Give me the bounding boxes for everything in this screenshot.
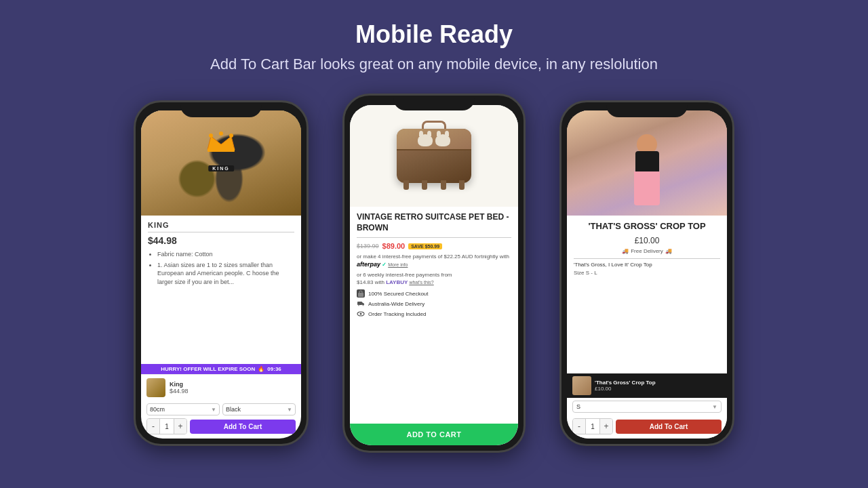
phone-1-qty-minus[interactable]: -	[147, 419, 159, 434]
phone-3-product-image: That's Gross	[567, 110, 727, 216]
phone-3-qty-value: 1	[585, 419, 600, 434]
phone-1-qty-value: 1	[159, 419, 174, 434]
phone-1-cart-thumb	[146, 378, 165, 397]
phone-2-cat-2	[435, 134, 450, 146]
svg-rect-4	[208, 148, 235, 152]
phone-3-notch	[606, 102, 688, 117]
phone-2-suitcase-legs	[403, 180, 465, 190]
phone-3-size-select[interactable]: S ▼	[572, 401, 722, 413]
phone-1-notch	[180, 102, 262, 117]
phone-1-bullet-1: Fabric name: Cotton	[157, 250, 294, 259]
phone-2-truck-icon	[357, 300, 365, 308]
phone-1-add-to-cart-button[interactable]: Add To Cart	[190, 420, 296, 434]
phone-3-delivery-text: Free Delivery	[631, 248, 663, 254]
phone-1-bullets: Fabric name: Cotton 1. Asian sizes are 1…	[148, 250, 294, 286]
phone-2-features: 100% Secured Checkout Australia-Wide Del…	[357, 289, 511, 318]
phone-3-model-figure	[627, 134, 667, 216]
phone-2-divider	[357, 237, 511, 238]
phone-3-qty-add-row: - 1 + Add To Cart	[567, 415, 727, 439]
phone-3-truck-icon: 🚚	[622, 248, 629, 254]
phone-2-title: VINTAGE RETRO SUITCASE PET BED - BROWN	[357, 212, 511, 233]
phone-1-qty-add-row: - 1 + Add To Cart	[141, 418, 301, 439]
phone-3-screen: That's Gross 'THAT'S GROSS' CROP TOP £10…	[567, 110, 727, 439]
svg-point-2	[219, 131, 223, 136]
phone-3-size-label: Size S - L	[574, 270, 720, 276]
phone-3-qty-plus[interactable]: +	[600, 419, 612, 434]
phone-3-details: 'THAT'S GROSS' CROP TOP £10.00 🚚 Free De…	[567, 216, 727, 373]
phone-2-leg-4	[459, 180, 465, 190]
phone-3-size-chevron: ▼	[712, 404, 717, 410]
phone-2-notch	[393, 96, 475, 110]
phone-1-cart-price: $44.98	[170, 388, 189, 394]
svg-point-1	[209, 134, 213, 138]
phone-2-laybuy-whats-this[interactable]: what's this?	[409, 280, 433, 285]
phone-2-suitcase	[397, 129, 471, 183]
phone-2-product-image	[350, 105, 518, 207]
phone-3-cart-name: 'That's Gross' Crop Top	[595, 380, 722, 386]
phone-2-laybuy-amount: $14.83 with	[357, 279, 384, 285]
phone-2-sale-price: $89.00	[382, 242, 406, 250]
phone-3-cart-thumb	[572, 376, 591, 395]
phone-2-original-price: $139.90	[357, 243, 379, 249]
phone-2-add-to-cart-button[interactable]: ADD TO CART	[350, 424, 518, 445]
phone-1-cart-info: King $44.98	[170, 381, 189, 394]
phone-3-cart-info: 'That's Gross' Crop Top £10.00	[595, 380, 722, 392]
svg-rect-5	[358, 293, 363, 297]
phone-1-screen: KING KING $44.98 Fabric name: Cotton 1. …	[141, 110, 301, 439]
phone-2-feature-3-text: Order Tracking Included	[368, 311, 426, 317]
phone-2-leg-2	[422, 180, 427, 190]
phone-1-cart-name: King	[170, 381, 189, 388]
phone-3-cart-price: £10.00	[595, 386, 722, 392]
phone-1-size-chevron: ▼	[211, 407, 216, 413]
phone-2-feature-1: 100% Secured Checkout	[357, 289, 511, 298]
phone-1-clothing: KING	[141, 110, 301, 216]
phones-row: KING KING $44.98 Fabric name: Cotton 1. …	[27, 94, 841, 453]
phone-1-qty-plus[interactable]: +	[174, 419, 186, 434]
phone-2-leg-1	[403, 180, 409, 190]
phone-3-divider	[574, 258, 720, 259]
phone-1-timer: 09:36	[267, 366, 281, 372]
svg-point-11	[360, 313, 362, 315]
phone-2-more-info-link[interactable]: More info	[388, 262, 408, 267]
phone-2: VINTAGE RETRO SUITCASE PET BED - BROWN $…	[342, 94, 526, 453]
phone-3-size-value: S	[576, 403, 580, 410]
svg-rect-6	[357, 302, 362, 305]
phone-2-feature-1-text: 100% Secured Checkout	[368, 291, 429, 297]
phone-3-description: 'That's Gross, I Love It' Crop Top	[574, 262, 720, 268]
phone-1-selects: 80cm ▼ Black ▼	[141, 401, 301, 418]
phone-3: That's Gross 'THAT'S GROSS' CROP TOP £10…	[559, 100, 734, 446]
svg-marker-7	[362, 302, 364, 305]
page-title: Mobile Ready	[355, 20, 513, 49]
phone-2-laybuy: or 6 weekly interest-free payments from …	[357, 271, 511, 286]
phone-1-price: $44.98	[148, 235, 294, 246]
phone-2-lock-icon	[357, 289, 365, 298]
svg-point-3	[229, 134, 233, 138]
phone-2-afterpay-tick: ✓	[382, 261, 387, 268]
phone-1-bullet-2: 1. Asian sizes are 1 to 2 sizes smaller …	[157, 261, 294, 287]
phone-2-save-badge: SAVE $50.99	[408, 243, 442, 249]
phone-1-product-image: KING	[141, 110, 301, 216]
phone-2-laybuy-logo: LAYBUY	[386, 279, 409, 285]
page-subtitle: Add To Cart Bar looks great on any mobil…	[210, 56, 658, 73]
phone-2-laybuy-text: or 6 weekly interest-free payments from	[357, 272, 452, 278]
phone-3-cart-bar: 'That's Gross' Crop Top £10.00	[567, 373, 727, 398]
phone-1-cart-bar: King $44.98	[141, 374, 301, 401]
phone-3-qty-control: - 1 +	[572, 418, 613, 434]
phone-3-title: 'THAT'S GROSS' CROP TOP	[574, 221, 720, 232]
phone-2-details: VINTAGE RETRO SUITCASE PET BED - BROWN $…	[350, 207, 518, 424]
phone-3-qty-minus[interactable]: -	[573, 419, 585, 434]
phone-1-size-select[interactable]: 80cm ▼	[146, 403, 220, 415]
phone-2-pricing: $139.90 $89.00 SAVE $50.99	[357, 242, 511, 250]
phone-3-select-row: S ▼	[567, 398, 727, 415]
phone-1-color-chevron: ▼	[287, 407, 292, 413]
phone-2-cat-1	[418, 134, 433, 146]
timer-icon: 🔥	[258, 366, 264, 372]
phone-2-afterpay-logo: afterpay ✓	[357, 260, 387, 269]
phone-2-afterpay-text: or make 4 interest-free payments of $22.…	[357, 253, 509, 260]
phone-3-delivery-row: 🚚 Free Delivery 🚚	[574, 248, 720, 254]
phone-3-add-to-cart-button[interactable]: Add To Cart	[616, 420, 722, 434]
svg-point-8	[358, 305, 359, 306]
phone-2-afterpay: or make 4 interest-free payments of $22.…	[357, 253, 511, 269]
phone-2-afterpay-brand: afterpay	[357, 260, 380, 269]
phone-1-color-select[interactable]: Black ▼	[222, 403, 296, 415]
